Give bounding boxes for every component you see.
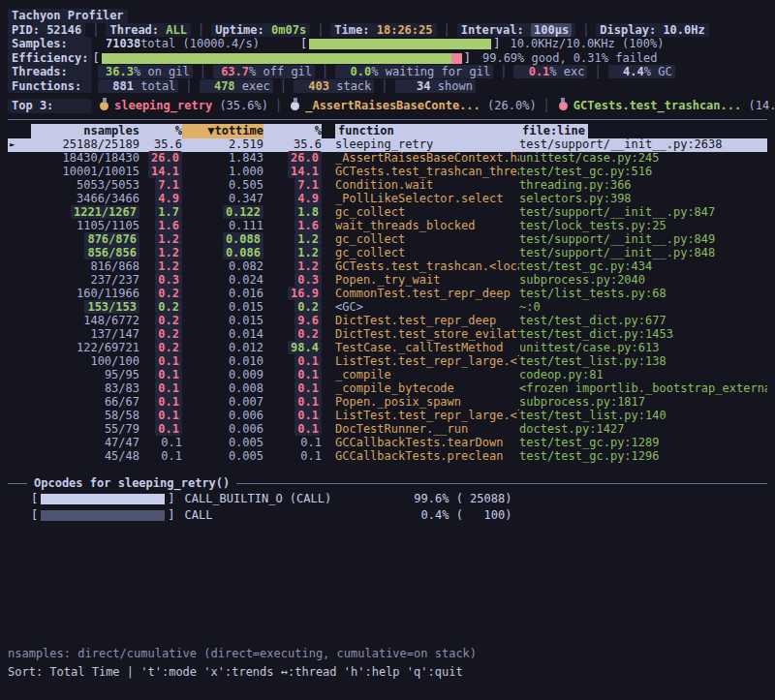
column-header-percent-direct[interactable]: %: [140, 124, 182, 138]
table-row[interactable]: 10001/1001514.11.00014.1GCTests.test_tra…: [8, 166, 767, 179]
table-row[interactable]: 148/67720.20.0159.6DictTest.test_repr_de…: [8, 315, 767, 328]
function-name-cell: ListTest.test_repr_large.<locals>.c...: [322, 409, 519, 423]
separator: │: [381, 79, 388, 93]
nsamples-cell: 153/153: [31, 300, 140, 315]
file-line-cell: test/lock_tests.py:25: [519, 219, 767, 233]
column-header-nsamples[interactable]: nsamples: [31, 124, 140, 138]
function-name-cell: TestCase._callTestMethod: [322, 341, 519, 355]
table-row[interactable]: ►25188/2518935.62.51935.6sleeping_retryt…: [8, 138, 767, 152]
info-label: Uptime:: [215, 23, 271, 37]
percent-cumulative-cell: 0.1: [264, 436, 322, 450]
percent-direct-cell: 7.1: [140, 178, 182, 193]
table-header: nsamples % ▼tottime % function file:line: [8, 125, 767, 138]
table-row[interactable]: 876/8761.20.0881.2gc_collecttest/support…: [8, 233, 767, 247]
info-value: ALL: [166, 23, 187, 37]
table-row[interactable]: 137/1470.20.0140.2DictTest.test_store_ev…: [8, 328, 767, 342]
top3-function-name: GCTests.test_trashcan...: [574, 99, 741, 112]
table-row[interactable]: 58/580.10.0060.1ListTest.test_repr_large…: [8, 410, 767, 423]
file-line-cell: test/test_gc.py:1289: [519, 436, 767, 450]
bronze-medal-icon: [559, 102, 568, 110]
opcode-name: CALL_BUILTIN_O (CALL): [174, 492, 393, 506]
table-row[interactable]: 45/480.10.0050.1GCCallbackTests.preclean…: [8, 450, 767, 464]
table-row[interactable]: 816/8681.20.0821.2GCTests.test_trashcan.…: [8, 260, 767, 274]
efficiency-bar-track: [102, 53, 462, 64]
opcode-name: CALL: [174, 508, 393, 523]
function-name-cell: gc_collect: [322, 205, 519, 220]
separator: │: [594, 65, 601, 78]
function-name-cell: sleeping_retry: [322, 137, 519, 152]
nsamples-cell: 66/67: [31, 395, 140, 410]
function-name-cell: Popen._try_wait: [322, 273, 519, 288]
threads-stat: 4.4% GC: [608, 65, 675, 78]
top3-label: Top 3:: [8, 99, 92, 113]
percent-cumulative-cell: 0.1: [264, 395, 322, 410]
opcode-bar-fill: [41, 494, 165, 504]
tottime-cell: 0.006: [182, 409, 264, 423]
threads-stat-value: 0.1: [516, 65, 549, 79]
percent-direct-cell: 0.1: [140, 368, 182, 382]
percent-direct-cell: 1.6: [140, 219, 182, 233]
table-row[interactable]: 18430/1843026.01.84326.0_AssertRaisesBas…: [8, 152, 767, 166]
samples-bar-fill: [309, 39, 491, 49]
functions-stat: 403 stack: [294, 79, 374, 93]
percent-cumulative-cell: 0.1: [264, 368, 322, 382]
table-row[interactable]: 1105/11051.60.1111.6wait_threads_blocked…: [8, 220, 767, 233]
threads-stat: 0.0% waiting for gil: [335, 65, 493, 78]
info-item: Uptime: 0m07s: [211, 23, 310, 38]
threads-stat-value: 36.3: [101, 65, 134, 79]
nsamples-cell: 10001/10015: [31, 165, 140, 179]
function-name-cell: GCTests.test_trashcan_threads: [322, 165, 519, 179]
table-row[interactable]: 95/950.10.0090.1_compilecodeop.py:81: [8, 369, 767, 382]
file-line-cell: test/test_gc.py:434: [519, 259, 767, 274]
table-row[interactable]: 237/2370.30.0240.3Popen._try_waitsubproc…: [8, 274, 767, 288]
separator: │: [200, 65, 206, 78]
function-name-cell: CommonTest.test_repr_deep: [322, 287, 519, 301]
table-row[interactable]: 122/697210.20.01298.4TestCase._callTestM…: [8, 342, 767, 355]
tottime-cell: 0.010: [182, 354, 264, 369]
table-row[interactable]: 47/470.10.0050.1GCCallbackTests.tearDown…: [8, 437, 767, 450]
tottime-cell: 0.505: [182, 178, 264, 193]
threads-stat-suffix: % exc: [549, 65, 584, 78]
table-row[interactable]: 66/670.10.0070.1Popen._posix_spawnsubpro…: [8, 396, 767, 410]
table-row[interactable]: 1221/12671.70.1221.8gc_collecttest/suppo…: [8, 206, 767, 220]
threads-stat: 0.1% exc: [513, 65, 587, 78]
info-item: Interval: 100µs: [457, 23, 575, 38]
info-item: PID: 52146: [8, 23, 85, 38]
table-row[interactable]: 160/119660.20.01616.9CommonTest.test_rep…: [8, 288, 767, 301]
table-row[interactable]: 100/1000.10.0100.1ListTest.test_repr_lar…: [8, 355, 767, 369]
table-row[interactable]: 5053/50537.10.5057.1Condition.waitthread…: [8, 179, 767, 193]
file-line-cell: doctest.py:1427: [519, 422, 767, 437]
file-line-cell: test/support/__init__.py:848: [519, 246, 767, 260]
file-line-cell: threading.py:366: [519, 178, 767, 193]
opcodes-header: Opcodes for sleeping_retry(): [8, 476, 767, 491]
nsamples-cell: 122/69721: [31, 341, 140, 355]
separator: │: [92, 23, 99, 38]
column-header-tottime-sorted[interactable]: ▼tottime: [182, 124, 264, 138]
file-line-cell: test/list_tests.py:68: [519, 287, 767, 301]
nsamples-cell: 237/237: [31, 273, 140, 288]
column-header-file-line[interactable]: file:line: [519, 124, 767, 138]
percent-cumulative-cell: 35.6: [264, 137, 322, 152]
samples-bar: []: [300, 37, 500, 51]
file-line-cell: test/test_gc.py:1296: [519, 449, 767, 464]
functions-stat-suffix: shown: [431, 79, 473, 93]
table-row[interactable]: 856/8561.20.0861.2gc_collecttest/support…: [8, 247, 767, 260]
table-row[interactable]: 3466/34664.90.3474.9_PollLikeSelector.se…: [8, 193, 767, 206]
tottime-cell: 0.006: [182, 422, 264, 437]
separator: │: [317, 23, 324, 38]
percent-direct-cell: 1.2: [140, 246, 182, 260]
silver-medal-icon: [291, 102, 299, 110]
efficiency-failed-fill: [451, 53, 462, 64]
separator: │: [543, 99, 550, 112]
column-header-percent-cumulative[interactable]: %: [264, 124, 322, 138]
separator: │: [280, 79, 287, 93]
functions-items: 881 total│478 exec│403 stack│34 shown: [98, 79, 476, 94]
file-line-cell: unittest/case.py:245: [519, 151, 767, 166]
column-header-function[interactable]: function: [322, 124, 519, 138]
file-line-cell: subprocess.py:1817: [519, 395, 767, 410]
table-row[interactable]: 55/790.10.0060.1DocTestRunner.__rundocte…: [8, 423, 767, 437]
function-name-cell: GCTests.test_trashcan.<locals>.Ouch...: [322, 259, 519, 274]
info-value: 52146: [46, 23, 81, 37]
table-row[interactable]: 153/1530.20.0150.2<GC>~:0: [8, 301, 767, 315]
table-row[interactable]: 83/830.10.0080.1_compile_bytecode<frozen…: [8, 382, 767, 396]
